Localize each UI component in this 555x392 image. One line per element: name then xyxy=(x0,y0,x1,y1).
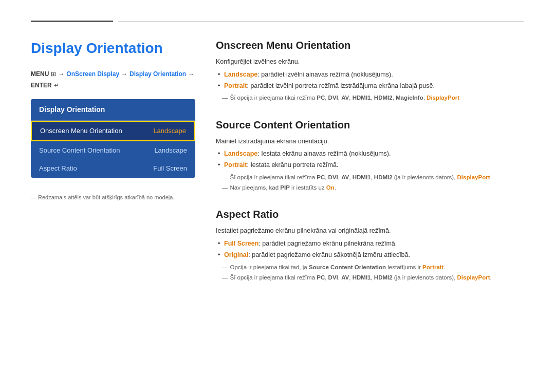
note-a-hdmi2: HDMI2 xyxy=(374,274,393,281)
note-source-text-1: Šī opcija ir pieejama tikai režīma PC, D… xyxy=(230,173,492,182)
fullscreen-label: Full Screen xyxy=(224,240,258,247)
enter-label: ENTER xyxy=(31,81,52,90)
page: Display Orientation MENU ⊞ → OnScreen Di… xyxy=(0,0,555,392)
note-dvi: DVI xyxy=(328,95,338,101)
menu-item-source-label: Source Content Orientation xyxy=(39,145,120,156)
menu-item-aspect-value: Full Screen xyxy=(153,163,187,174)
top-rule-left xyxy=(31,21,113,22)
note-on: On xyxy=(326,184,335,191)
right-panel: Onscreen Menu Orientation Konfigurējiet … xyxy=(216,38,524,296)
note-pip: PIP xyxy=(280,184,290,191)
note-portrait-ref: Portrait xyxy=(422,264,443,270)
section-aspect-bullets: Full Screen: parādiet pagriežamo ekrānu … xyxy=(216,239,524,260)
display-orientation-link: Display Orientation xyxy=(130,69,186,79)
menu-item-source[interactable]: Source Content Orientation Landscape xyxy=(31,141,195,160)
note-onscreen-text: Šī opcija ir pieejama tikai režīma PC, D… xyxy=(230,94,460,102)
note-aspect-2: Šī opcija ir pieejama tikai režīma PC, D… xyxy=(216,273,524,282)
menu-item-aspect[interactable]: Aspect Ratio Full Screen xyxy=(31,159,195,178)
section-aspect-desc: Iestatiet pagriežamo ekrānu pilnekrāna v… xyxy=(216,226,524,236)
section-aspect: Aspect Ratio Iestatiet pagriežamo ekrānu… xyxy=(216,207,524,282)
note-a-pc: PC xyxy=(317,274,325,281)
section-onscreen-title: Onscreen Menu Orientation xyxy=(216,38,524,53)
section-aspect-title: Aspect Ratio xyxy=(216,207,524,222)
note-av: AV xyxy=(341,95,349,101)
section-source-title: Source Content Orientation xyxy=(216,117,524,133)
original-label: Original xyxy=(224,251,248,258)
note-pc: PC xyxy=(317,95,325,101)
arrow-2: → xyxy=(121,69,127,79)
note-onscreen-1: Šī opcija ir pieejama tikai režīma PC, D… xyxy=(216,94,524,102)
note-aspect-1: Opcija ir pieejama tikai tad, ja Source … xyxy=(216,263,524,272)
portrait-source-text: : Iestata ekrānu portreta režīmā. xyxy=(247,161,338,169)
menu-icon: ⊞ xyxy=(51,69,56,79)
top-rule-right xyxy=(118,21,524,22)
note-source-orient: Source Content Orientation xyxy=(309,264,386,270)
note-magicinfo: MagicInfo xyxy=(396,95,423,101)
note-hdmi2: HDMI2 xyxy=(374,95,393,101)
landscape-source-label: Landscape xyxy=(224,150,257,157)
arrow-3: → xyxy=(188,69,194,79)
portrait-label: Portrait xyxy=(224,82,247,89)
footnote: ― Redzamais attēls var būt atšķirīgs atk… xyxy=(31,193,195,202)
menu-path: MENU ⊞ → OnScreen Display → Display Orie… xyxy=(31,69,195,90)
page-title: Display Orientation xyxy=(31,38,195,59)
note-s-av: AV xyxy=(341,174,349,180)
menu-item-source-value: Landscape xyxy=(154,145,187,156)
menu-label: MENU xyxy=(31,69,49,79)
arrow-1: → xyxy=(58,69,64,79)
note-displayport: DisplayPort xyxy=(427,95,459,101)
menu-box-header: Display Orientation xyxy=(31,99,195,121)
landscape-text: : parādiet izvēlni ainavas režīmā (noklu… xyxy=(257,71,393,78)
original-text: : parādiet pagriežamo ekrānu sākotnējā i… xyxy=(248,251,410,258)
note-s-hdmi2: HDMI2 xyxy=(374,174,393,180)
note-s-pc: PC xyxy=(317,174,325,180)
portrait-source-label: Portrait xyxy=(224,161,247,169)
menu-item-onscreen[interactable]: Onscreen Menu Orientation Landscape xyxy=(31,121,195,141)
bullet-original: Original: parādiet pagriežamo ekrānu sāk… xyxy=(216,250,524,260)
bullet-landscape-onscreen: Landscape: parādiet izvēlni ainavas režī… xyxy=(216,70,524,80)
note-a-hdmi1: HDMI1 xyxy=(353,274,371,281)
section-source-bullets: Landscape: Iestata ekrānu ainavas režīmā… xyxy=(216,149,524,170)
menu-box: Display Orientation Onscreen Menu Orient… xyxy=(31,99,195,178)
landscape-source-text: : Iestata ekrānu ainavas režīmā (noklusē… xyxy=(257,150,391,157)
menu-item-aspect-label: Aspect Ratio xyxy=(39,163,77,174)
landscape-label: Landscape xyxy=(224,71,257,78)
menu-item-onscreen-value: Landscape xyxy=(153,126,186,136)
note-a-dvi: DVI xyxy=(328,274,338,281)
bullet-portrait-onscreen: Portrait: parādiet izvēlni portreta režī… xyxy=(216,81,524,91)
section-onscreen-bullets: Landscape: parādiet izvēlni ainavas režī… xyxy=(216,70,524,91)
note-s-hdmi1: HDMI1 xyxy=(353,174,371,180)
bullet-fullscreen: Full Screen: parādiet pagriežamo ekrānu … xyxy=(216,239,524,249)
note-s-displayport: DisplayPort xyxy=(457,174,490,180)
left-panel: Display Orientation MENU ⊞ → OnScreen Di… xyxy=(31,38,195,296)
section-source: Source Content Orientation Mainiet izstr… xyxy=(216,117,524,193)
onscreen-display-link: OnScreen Display xyxy=(66,69,119,79)
note-source-1: Šī opcija ir pieejama tikai režīma PC, D… xyxy=(216,173,524,182)
fullscreen-text: : parādiet pagriežamo ekrānu pilnekrāna … xyxy=(258,240,397,247)
note-aspect-text-2: Šī opcija ir pieejama tikai režīma PC, D… xyxy=(230,273,492,282)
portrait-text: : parādiet izvēlni portreta režīmā izstr… xyxy=(247,82,434,89)
enter-icon: ↵ xyxy=(54,81,59,90)
menu-item-onscreen-label: Onscreen Menu Orientation xyxy=(40,126,122,136)
note-source-text-2: Nav pieejams, kad PIP ir iestatīts uz On… xyxy=(230,183,336,192)
note-a-av: AV xyxy=(341,274,349,281)
section-onscreen: Onscreen Menu Orientation Konfigurējiet … xyxy=(216,38,524,103)
top-rule xyxy=(31,21,524,22)
note-s-dvi: DVI xyxy=(328,174,338,180)
section-source-desc: Mainiet izstrādājuma ekrāna orientāciju. xyxy=(216,137,524,146)
note-a-displayport: DisplayPort xyxy=(457,274,490,281)
bullet-portrait-source: Portrait: Iestata ekrānu portreta režīmā… xyxy=(216,160,524,170)
note-source-2: Nav pieejams, kad PIP ir iestatīts uz On… xyxy=(216,183,524,192)
note-aspect-text-1: Opcija ir pieejama tikai tad, ja Source … xyxy=(230,263,446,272)
section-onscreen-desc: Konfigurējiet izvēlnes ekrānu. xyxy=(216,57,524,67)
content-area: Display Orientation MENU ⊞ → OnScreen Di… xyxy=(31,38,524,296)
bullet-landscape-source: Landscape: Iestata ekrānu ainavas režīmā… xyxy=(216,149,524,159)
note-hdmi1: HDMI1 xyxy=(353,95,371,101)
